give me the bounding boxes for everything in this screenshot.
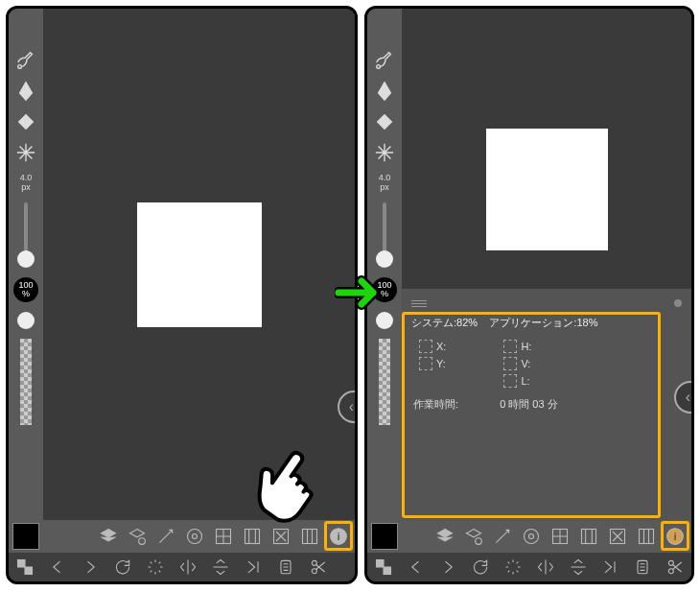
sparkle-tool-icon[interactable]	[12, 139, 39, 166]
work-time-label: 作業時間:	[413, 398, 458, 410]
zoom-unit: %	[22, 290, 30, 298]
film-icon[interactable]	[576, 524, 601, 549]
left-toolbar: 4.0 px 100 %	[9, 9, 43, 527]
bucket-tool-icon[interactable]	[371, 108, 398, 135]
info-panel: システム:82% アプリケーション:18% X: Y: H: V: L: 作業時…	[402, 289, 691, 521]
skip-end-icon[interactable]	[241, 555, 266, 580]
panel-drag-icon[interactable]	[411, 300, 427, 307]
app-screenshot-after: 4.0 px 100 % システム:82% アプリケーション:18% X: Y:	[364, 6, 694, 584]
grid-icon[interactable]	[548, 524, 572, 549]
sparkle-tool-icon[interactable]	[371, 139, 398, 166]
svg-point-1	[139, 538, 146, 545]
pen-tool-icon[interactable]	[371, 78, 398, 105]
clipboard-icon[interactable]	[273, 555, 298, 580]
flip-v-icon[interactable]	[566, 555, 591, 580]
rotate-icon[interactable]	[468, 555, 493, 580]
system-mem-label: システム:	[411, 317, 456, 328]
left-toolbar: 4.0 px 100 %	[367, 9, 402, 527]
info-icon[interactable]: i	[663, 524, 688, 549]
checker-icon[interactable]	[12, 555, 37, 580]
svg-point-0	[18, 65, 22, 69]
system-mem-value: 82%	[456, 317, 478, 328]
layers-settings-icon[interactable]	[461, 524, 486, 549]
scissors-icon[interactable]	[306, 555, 331, 580]
info-icon[interactable]: i	[326, 524, 351, 549]
panel-toolbar: i	[367, 520, 691, 553]
bucket-tool-icon[interactable]	[12, 108, 39, 135]
canvas[interactable]	[137, 202, 262, 327]
layers-settings-icon[interactable]	[125, 524, 150, 549]
svg-rect-25	[376, 560, 384, 568]
work-time-row: 作業時間: 0 時間 03 分	[413, 397, 682, 412]
pointer-hand-icon	[240, 441, 326, 528]
svg-point-18	[529, 534, 534, 539]
svg-text:i: i	[337, 530, 339, 542]
action-toolbar	[9, 553, 355, 581]
brush-size-label: 4.0 px	[379, 174, 391, 193]
target-icon[interactable]	[519, 524, 544, 549]
work-time-value: 0 時間 03 分	[500, 398, 558, 410]
opacity-gradient[interactable]	[379, 339, 390, 425]
brush-size-slider[interactable]	[24, 202, 28, 254]
app-mem-value: 18%	[576, 317, 597, 328]
v-coord-icon	[503, 357, 517, 370]
grid-icon[interactable]	[211, 524, 236, 549]
svg-point-2	[188, 530, 202, 544]
color-swatch[interactable]	[12, 523, 39, 550]
coord-l: L:	[503, 374, 531, 388]
brush-size-label: 4.0 px	[20, 174, 33, 193]
panels-icon[interactable]	[634, 524, 659, 549]
wand-icon[interactable]	[153, 524, 178, 549]
coord-v: V:	[503, 357, 531, 370]
svg-rect-7	[303, 530, 317, 544]
zoom-badge[interactable]: 100 %	[13, 277, 38, 302]
pen-tool-icon[interactable]	[12, 78, 39, 105]
skip-end-icon[interactable]	[598, 555, 623, 580]
brush-size-slider[interactable]	[383, 202, 386, 254]
panel-pin-icon[interactable]	[674, 299, 682, 307]
action-toolbar	[367, 553, 691, 581]
x-coord-icon	[419, 340, 432, 353]
cut-eraser-tool-icon[interactable]	[12, 47, 39, 74]
wand-icon[interactable]	[490, 524, 515, 549]
app-mem-label: アプリケーション:	[489, 317, 576, 328]
opacity-knob[interactable]	[376, 312, 393, 329]
nav-handle-icon[interactable]: ‹‹	[338, 391, 358, 423]
color-swatch[interactable]	[371, 523, 398, 550]
flip-h-icon[interactable]	[533, 555, 558, 580]
canvas[interactable]	[486, 129, 608, 250]
memory-row: システム:82% アプリケーション:18%	[411, 316, 682, 330]
brush-size-knob[interactable]	[17, 250, 35, 268]
clipboard-icon[interactable]	[630, 555, 655, 580]
checker-icon[interactable]	[371, 555, 396, 580]
undo-back-icon[interactable]	[404, 555, 429, 580]
flip-v-icon[interactable]	[208, 555, 233, 580]
svg-point-15	[377, 65, 381, 69]
brush-size-knob[interactable]	[376, 250, 393, 268]
scissors-icon[interactable]	[663, 555, 688, 580]
undo-back-icon[interactable]	[45, 555, 70, 580]
layers-icon[interactable]	[432, 524, 457, 549]
canvas-area[interactable]	[402, 9, 691, 284]
coord-h: H:	[503, 340, 531, 353]
loading-icon[interactable]	[143, 555, 168, 580]
cut-eraser-tool-icon[interactable]	[371, 47, 398, 74]
redo-forward-icon[interactable]	[436, 555, 461, 580]
x-box-icon[interactable]	[605, 524, 630, 549]
opacity-knob[interactable]	[17, 312, 35, 329]
svg-rect-26	[384, 567, 391, 575]
info-panel-header[interactable]	[411, 295, 682, 312]
rotate-icon[interactable]	[110, 555, 135, 580]
layers-icon[interactable]	[96, 524, 121, 549]
opacity-gradient[interactable]	[20, 339, 32, 425]
svg-rect-11	[25, 567, 33, 575]
target-icon[interactable]	[182, 524, 207, 549]
arrow-annotation-icon	[335, 273, 388, 312]
svg-rect-22	[640, 530, 654, 544]
coords-block: X: Y: H: V: L:	[419, 340, 682, 388]
loading-icon[interactable]	[501, 555, 525, 580]
flip-h-icon[interactable]	[175, 555, 200, 580]
svg-rect-20	[582, 530, 596, 544]
svg-point-3	[193, 534, 198, 539]
redo-forward-icon[interactable]	[78, 555, 103, 580]
